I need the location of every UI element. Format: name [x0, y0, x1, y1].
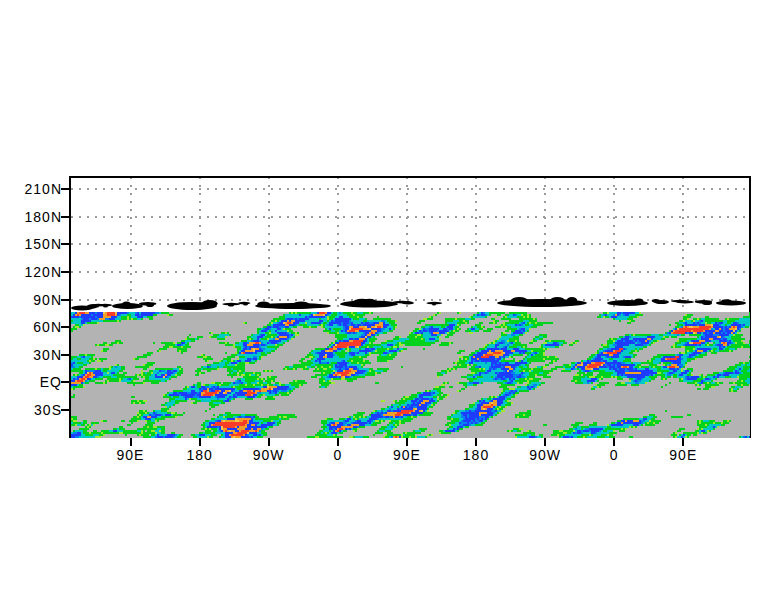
y-axis-tick	[61, 381, 69, 383]
y-axis-tick	[61, 243, 69, 245]
y-axis-tick	[61, 409, 69, 411]
x-axis-tick	[613, 438, 615, 446]
y-axis-tick	[61, 299, 69, 301]
x-axis-tick	[682, 438, 684, 446]
x-tick-label: 0	[308, 447, 368, 463]
y-tick-label: 210N	[4, 181, 62, 197]
x-axis-tick	[475, 438, 477, 446]
y-axis-tick	[61, 271, 69, 273]
y-axis-tick	[61, 188, 69, 190]
y-tick-label: 90N	[4, 292, 62, 308]
x-tick-label: 90E	[377, 447, 437, 463]
y-axis-tick	[61, 354, 69, 356]
shaded-field-canvas	[71, 296, 750, 438]
x-tick-label: 180	[170, 447, 230, 463]
y-axis-tick	[61, 326, 69, 328]
x-axis-tick	[406, 438, 408, 446]
x-tick-label: 180	[446, 447, 506, 463]
y-tick-label: EQ	[4, 374, 62, 390]
x-tick-label: 90W	[239, 447, 299, 463]
y-tick-label: 120N	[4, 264, 62, 280]
x-axis-tick	[544, 438, 546, 446]
horizontal-gridline	[71, 243, 749, 245]
y-tick-label: 30S	[4, 402, 62, 418]
y-tick-label: 60N	[4, 319, 62, 335]
y-tick-label: 150N	[4, 236, 62, 252]
map-plot-figure: 90E18090W090E18090W090E210N180N150N120N9…	[0, 0, 784, 612]
plot-frame-top	[69, 176, 751, 178]
horizontal-gridline	[71, 216, 749, 218]
horizontal-gridline	[71, 188, 749, 190]
x-tick-label: 90E	[101, 447, 161, 463]
x-axis-tick	[130, 438, 132, 446]
x-axis-tick	[199, 438, 201, 446]
x-tick-label: 90W	[515, 447, 575, 463]
x-axis-tick	[268, 438, 270, 446]
horizontal-gridline	[71, 271, 749, 273]
x-tick-label: 0	[584, 447, 644, 463]
y-tick-label: 180N	[4, 209, 62, 225]
y-axis-tick	[61, 216, 69, 218]
x-axis-tick	[337, 438, 339, 446]
y-tick-label: 30N	[4, 347, 62, 363]
x-tick-label: 90E	[653, 447, 713, 463]
